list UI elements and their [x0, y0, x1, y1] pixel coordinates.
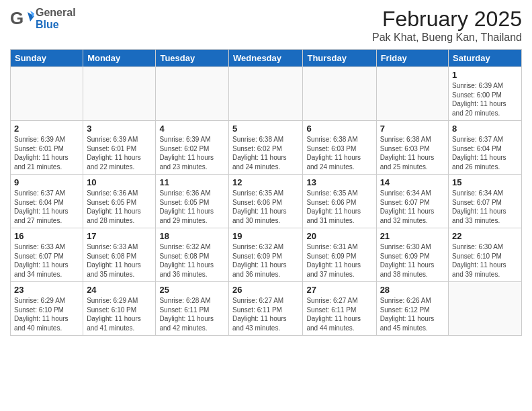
calendar-cell: 9Sunrise: 6:37 AM Sunset: 6:04 PM Daylig…: [11, 175, 83, 228]
calendar-cell: 18Sunrise: 6:32 AM Sunset: 6:08 PM Dayli…: [156, 228, 229, 282]
day-info: Sunrise: 6:33 AM Sunset: 6:07 PM Dayligh…: [14, 242, 79, 279]
calendar-cell: [83, 67, 156, 121]
day-number: 25: [159, 285, 225, 295]
calendar-cell: 17Sunrise: 6:33 AM Sunset: 6:08 PM Dayli…: [83, 228, 156, 282]
day-info: Sunrise: 6:36 AM Sunset: 6:05 PM Dayligh…: [87, 189, 152, 225]
calendar-cell: 22Sunrise: 6:30 AM Sunset: 6:10 PM Dayli…: [449, 228, 522, 282]
day-number: 19: [232, 231, 299, 241]
day-info: Sunrise: 6:32 AM Sunset: 6:08 PM Dayligh…: [159, 242, 225, 279]
day-number: 1: [452, 70, 518, 80]
day-info: Sunrise: 6:34 AM Sunset: 6:07 PM Dayligh…: [380, 189, 445, 225]
day-info: Sunrise: 6:39 AM Sunset: 6:01 PM Dayligh…: [14, 135, 79, 171]
col-tuesday: Tuesday: [156, 50, 229, 67]
day-number: 2: [14, 124, 79, 134]
calendar-week-3: 9Sunrise: 6:37 AM Sunset: 6:04 PM Daylig…: [11, 175, 522, 228]
day-info: Sunrise: 6:39 AM Sunset: 6:00 PM Dayligh…: [452, 81, 518, 118]
calendar-week-1: 1Sunrise: 6:39 AM Sunset: 6:00 PM Daylig…: [11, 67, 522, 121]
day-number: 26: [232, 285, 299, 295]
day-info: Sunrise: 6:27 AM Sunset: 6:11 PM Dayligh…: [232, 296, 299, 332]
header: G General Blue February 2025 Pak Khat, B…: [10, 7, 522, 44]
calendar-cell: 8Sunrise: 6:37 AM Sunset: 6:04 PM Daylig…: [449, 121, 522, 175]
calendar-cell: [449, 282, 522, 336]
day-number: 27: [306, 285, 372, 295]
day-number: 11: [159, 177, 225, 187]
day-number: 18: [159, 231, 225, 241]
logo: G General Blue: [10, 7, 76, 31]
day-info: Sunrise: 6:33 AM Sunset: 6:08 PM Dayligh…: [87, 242, 152, 279]
calendar-cell: 11Sunrise: 6:36 AM Sunset: 6:05 PM Dayli…: [156, 175, 229, 228]
day-info: Sunrise: 6:37 AM Sunset: 6:04 PM Dayligh…: [14, 189, 79, 225]
calendar-cell: [156, 67, 229, 121]
day-info: Sunrise: 6:29 AM Sunset: 6:10 PM Dayligh…: [87, 296, 152, 332]
day-number: 13: [306, 177, 372, 187]
day-info: Sunrise: 6:35 AM Sunset: 6:06 PM Dayligh…: [306, 189, 372, 225]
day-number: 21: [380, 231, 445, 241]
day-number: 16: [14, 231, 79, 241]
logo-blue-text: Blue: [36, 19, 76, 31]
calendar-cell: 21Sunrise: 6:30 AM Sunset: 6:09 PM Dayli…: [376, 228, 448, 282]
calendar-cell: 23Sunrise: 6:29 AM Sunset: 6:10 PM Dayli…: [11, 282, 83, 336]
calendar-cell: 7Sunrise: 6:38 AM Sunset: 6:03 PM Daylig…: [376, 121, 448, 175]
day-info: Sunrise: 6:38 AM Sunset: 6:03 PM Dayligh…: [306, 135, 372, 171]
col-sunday: Sunday: [11, 50, 83, 67]
calendar-cell: 10Sunrise: 6:36 AM Sunset: 6:05 PM Dayli…: [83, 175, 156, 228]
calendar-cell: 15Sunrise: 6:34 AM Sunset: 6:07 PM Dayli…: [449, 175, 522, 228]
calendar-week-5: 23Sunrise: 6:29 AM Sunset: 6:10 PM Dayli…: [11, 282, 522, 336]
logo-text: General Blue: [36, 7, 76, 31]
calendar-cell: 3Sunrise: 6:39 AM Sunset: 6:01 PM Daylig…: [83, 121, 156, 175]
day-info: Sunrise: 6:38 AM Sunset: 6:03 PM Dayligh…: [380, 135, 445, 171]
calendar-cell: [303, 67, 376, 121]
logo-general-text: General: [36, 7, 76, 19]
col-wednesday: Wednesday: [229, 50, 303, 67]
logo-icon: G: [10, 7, 34, 31]
calendar-cell: 27Sunrise: 6:27 AM Sunset: 6:11 PM Dayli…: [303, 282, 376, 336]
col-saturday: Saturday: [449, 50, 522, 67]
day-number: 9: [14, 177, 79, 187]
day-number: 15: [452, 177, 518, 187]
day-number: 3: [87, 124, 152, 134]
page: G General Blue February 2025 Pak Khat, B…: [0, 0, 532, 411]
day-info: Sunrise: 6:28 AM Sunset: 6:11 PM Dayligh…: [159, 296, 225, 332]
day-number: 5: [232, 124, 299, 134]
calendar-cell: 12Sunrise: 6:35 AM Sunset: 6:06 PM Dayli…: [229, 175, 303, 228]
day-info: Sunrise: 6:39 AM Sunset: 6:01 PM Dayligh…: [87, 135, 152, 171]
calendar-cell: 14Sunrise: 6:34 AM Sunset: 6:07 PM Dayli…: [376, 175, 448, 228]
day-number: 20: [306, 231, 372, 241]
calendar-cell: [376, 67, 448, 121]
day-number: 22: [452, 231, 518, 241]
day-info: Sunrise: 6:27 AM Sunset: 6:11 PM Dayligh…: [306, 296, 372, 332]
day-info: Sunrise: 6:26 AM Sunset: 6:12 PM Dayligh…: [380, 296, 445, 332]
calendar-cell: 26Sunrise: 6:27 AM Sunset: 6:11 PM Dayli…: [229, 282, 303, 336]
day-number: 12: [232, 177, 299, 187]
calendar-week-2: 2Sunrise: 6:39 AM Sunset: 6:01 PM Daylig…: [11, 121, 522, 175]
calendar-cell: 28Sunrise: 6:26 AM Sunset: 6:12 PM Dayli…: [376, 282, 448, 336]
calendar: Sunday Monday Tuesday Wednesday Thursday…: [10, 49, 522, 336]
calendar-cell: 16Sunrise: 6:33 AM Sunset: 6:07 PM Dayli…: [11, 228, 83, 282]
calendar-week-4: 16Sunrise: 6:33 AM Sunset: 6:07 PM Dayli…: [11, 228, 522, 282]
day-info: Sunrise: 6:34 AM Sunset: 6:07 PM Dayligh…: [452, 189, 518, 225]
day-number: 7: [380, 124, 445, 134]
day-info: Sunrise: 6:35 AM Sunset: 6:06 PM Dayligh…: [232, 189, 299, 225]
day-number: 6: [306, 124, 372, 134]
calendar-cell: 2Sunrise: 6:39 AM Sunset: 6:01 PM Daylig…: [11, 121, 83, 175]
day-number: 4: [159, 124, 225, 134]
col-monday: Monday: [83, 50, 156, 67]
day-info: Sunrise: 6:32 AM Sunset: 6:09 PM Dayligh…: [232, 242, 299, 279]
col-thursday: Thursday: [303, 50, 376, 67]
calendar-cell: [11, 67, 83, 121]
main-title: February 2025: [372, 7, 522, 32]
day-number: 10: [87, 177, 152, 187]
day-info: Sunrise: 6:30 AM Sunset: 6:10 PM Dayligh…: [452, 242, 518, 279]
calendar-cell: 1Sunrise: 6:39 AM Sunset: 6:00 PM Daylig…: [449, 67, 522, 121]
calendar-cell: 20Sunrise: 6:31 AM Sunset: 6:09 PM Dayli…: [303, 228, 376, 282]
calendar-cell: 6Sunrise: 6:38 AM Sunset: 6:03 PM Daylig…: [303, 121, 376, 175]
calendar-cell: 4Sunrise: 6:39 AM Sunset: 6:02 PM Daylig…: [156, 121, 229, 175]
day-number: 23: [14, 285, 79, 295]
calendar-cell: 19Sunrise: 6:32 AM Sunset: 6:09 PM Dayli…: [229, 228, 303, 282]
day-number: 14: [380, 177, 445, 187]
day-number: 28: [380, 285, 445, 295]
svg-text:G: G: [10, 8, 24, 28]
day-info: Sunrise: 6:30 AM Sunset: 6:09 PM Dayligh…: [380, 242, 445, 279]
day-number: 17: [87, 231, 152, 241]
calendar-cell: [229, 67, 303, 121]
